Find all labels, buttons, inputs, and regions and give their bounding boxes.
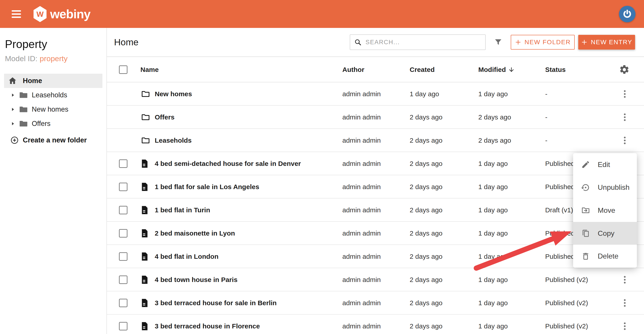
row-checkbox[interactable] [119, 299, 128, 307]
new-folder-button[interactable]: NEW FOLDER [511, 35, 575, 50]
document-icon [141, 322, 148, 331]
row-checkbox[interactable] [119, 322, 128, 331]
table-row-folder[interactable]: Offers admin admin 2 days ago 2 days ago… [107, 106, 644, 129]
row-author: admin admin [342, 245, 381, 268]
copy-icon [581, 229, 590, 238]
row-author: admin admin [342, 106, 381, 129]
table-row-entry[interactable]: 3 bed terraced house for sale in Berlin … [107, 291, 644, 315]
row-actions-kebab-icon[interactable] [620, 268, 630, 291]
sidebar-folder-label: New homes [32, 105, 68, 113]
hamburger-menu-icon[interactable] [12, 10, 21, 18]
table-row-folder[interactable]: Leaseholds admin admin 2 days ago 2 days… [107, 129, 644, 152]
document-icon [141, 275, 148, 284]
row-name[interactable]: Leaseholds [155, 129, 192, 152]
row-checkbox[interactable] [119, 206, 128, 214]
row-modified: 1 day ago [478, 198, 508, 222]
row-checkbox[interactable] [119, 276, 128, 284]
document-icon [141, 229, 148, 238]
row-created: 2 days ago [410, 152, 442, 175]
menu-item-label: Unpublish [598, 183, 630, 191]
row-created: 2 days ago [410, 175, 442, 198]
table-row-entry[interactable]: 2 bed maisonette in Lyon admin admin 2 d… [107, 222, 644, 245]
create-folder-button[interactable]: Create a new folder [0, 133, 106, 147]
table-row-entry[interactable]: 4 bed town house in Paris admin admin 2 … [107, 268, 644, 291]
search-box[interactable] [350, 34, 486, 50]
plus-icon [515, 39, 522, 45]
select-all-checkbox[interactable] [119, 65, 128, 74]
column-header-modified[interactable]: Modified [478, 57, 515, 82]
row-name[interactable]: 3 bed terraced house for sale in Berlin [155, 291, 276, 315]
row-checkbox[interactable] [119, 183, 128, 191]
table-row-entry[interactable]: 3 bed terraced house in Florence admin a… [107, 315, 644, 334]
search-input[interactable] [366, 39, 481, 46]
folder-icon [19, 105, 28, 114]
row-name[interactable]: 4 bed semi-detached house for sale in De… [155, 152, 301, 175]
table-settings-button[interactable] [619, 57, 630, 82]
content-area: Home NEW FOLDER [107, 28, 644, 334]
table-row-folder[interactable]: New homes admin admin 1 day ago 1 day ag… [107, 82, 644, 106]
folder-icon [141, 136, 150, 145]
sidebar-folder-offers[interactable]: Offers [0, 117, 106, 131]
column-header-author[interactable]: Author [342, 57, 364, 82]
row-name[interactable]: 4 bed town house in Paris [155, 268, 238, 291]
sidebar-item-home[interactable]: Home [4, 74, 102, 88]
document-icon [141, 299, 148, 308]
row-created: 2 days ago [410, 222, 442, 245]
row-name[interactable]: 1 bed flat for sale in Los Angeles [155, 175, 259, 198]
row-created: 2 days ago [410, 291, 442, 315]
row-actions-kebab-icon[interactable] [620, 291, 630, 315]
table-row-entry[interactable]: 1 bed flat in Turin admin admin 2 days a… [107, 198, 644, 222]
menu-item-label: Copy [598, 229, 614, 238]
row-actions-kebab-icon[interactable] [620, 315, 630, 334]
menu-item-delete[interactable]: Delete [573, 245, 637, 268]
row-author: admin admin [342, 175, 381, 198]
menu-item-edit[interactable]: Edit [573, 153, 637, 176]
sidebar-folder-label: Leaseholds [32, 91, 67, 99]
column-header-created[interactable]: Created [410, 57, 435, 82]
row-author: admin admin [342, 152, 381, 175]
table-body: New homes admin admin 1 day ago 1 day ag… [107, 82, 644, 334]
document-icon [141, 206, 148, 215]
row-name[interactable]: 3 bed terraced house in Florence [155, 315, 260, 334]
chevron-right-icon[interactable] [10, 107, 16, 112]
menu-item-label: Edit [598, 161, 610, 169]
column-header-status[interactable]: Status [545, 57, 566, 82]
row-author: admin admin [342, 291, 381, 315]
webiny-hexagon-icon: W [34, 6, 46, 22]
row-checkbox[interactable] [119, 229, 128, 238]
menu-item-move[interactable]: Move [573, 199, 637, 222]
filter-button[interactable] [492, 36, 504, 48]
table-row-entry[interactable]: 4 bed semi-detached house for sale in De… [107, 152, 644, 175]
row-created: 2 days ago [410, 198, 442, 222]
sidebar-folder-new-homes[interactable]: New homes [0, 102, 106, 117]
row-checkbox[interactable] [119, 252, 128, 261]
sidebar-home-label: Home [23, 77, 42, 85]
table-row-entry[interactable]: 1 bed flat for sale in Los Angeles admin… [107, 175, 644, 198]
sidebar-folder-leaseholds[interactable]: Leaseholds [0, 88, 106, 102]
chevron-right-icon[interactable] [10, 92, 16, 98]
row-status: Published (v2) [545, 268, 588, 291]
pencil-icon [581, 160, 590, 169]
row-name[interactable]: 2 bed maisonette in Lyon [155, 222, 235, 245]
column-header-name[interactable]: Name [140, 57, 159, 82]
user-avatar[interactable] [619, 6, 636, 22]
table-row-entry[interactable]: 4 bed flat in London admin admin 2 days … [107, 245, 644, 268]
row-name[interactable]: New homes [155, 82, 192, 106]
row-actions-kebab-icon[interactable] [620, 82, 630, 106]
menu-item-unpublish[interactable]: Unpublish [573, 176, 637, 199]
new-entry-button[interactable]: NEW ENTRY [578, 35, 635, 50]
row-actions-kebab-icon[interactable] [620, 129, 630, 152]
row-name[interactable]: Offers [155, 106, 174, 129]
table-header-row: Name Author Created Modified Status [107, 57, 644, 82]
menu-item-label: Delete [598, 252, 618, 260]
row-name[interactable]: 1 bed flat in Turin [155, 198, 210, 222]
row-status: Published [545, 245, 575, 268]
model-id-link[interactable]: property [40, 54, 68, 63]
row-checkbox[interactable] [119, 160, 128, 168]
chevron-right-icon[interactable] [10, 121, 16, 127]
row-name[interactable]: 4 bed flat in London [155, 245, 218, 268]
row-author: admin admin [342, 82, 381, 106]
menu-item-copy[interactable]: Copy [573, 222, 637, 245]
row-created: 1 day ago [410, 82, 439, 106]
row-actions-kebab-icon[interactable] [620, 106, 630, 129]
